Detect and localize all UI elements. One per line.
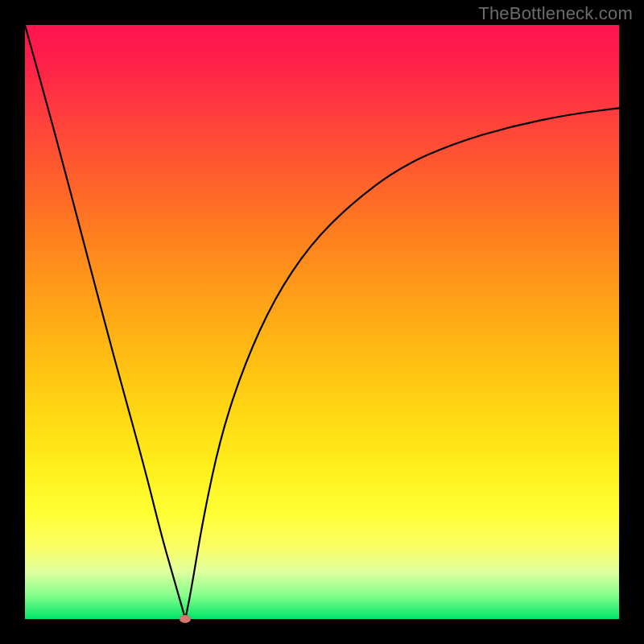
bottleneck-curve: [25, 25, 619, 619]
watermark-text: TheBottleneck.com: [478, 3, 633, 24]
plot-area: [25, 25, 619, 619]
curve-path: [25, 25, 619, 619]
minimum-marker: [180, 615, 191, 623]
chart-frame: TheBottleneck.com: [0, 0, 644, 644]
